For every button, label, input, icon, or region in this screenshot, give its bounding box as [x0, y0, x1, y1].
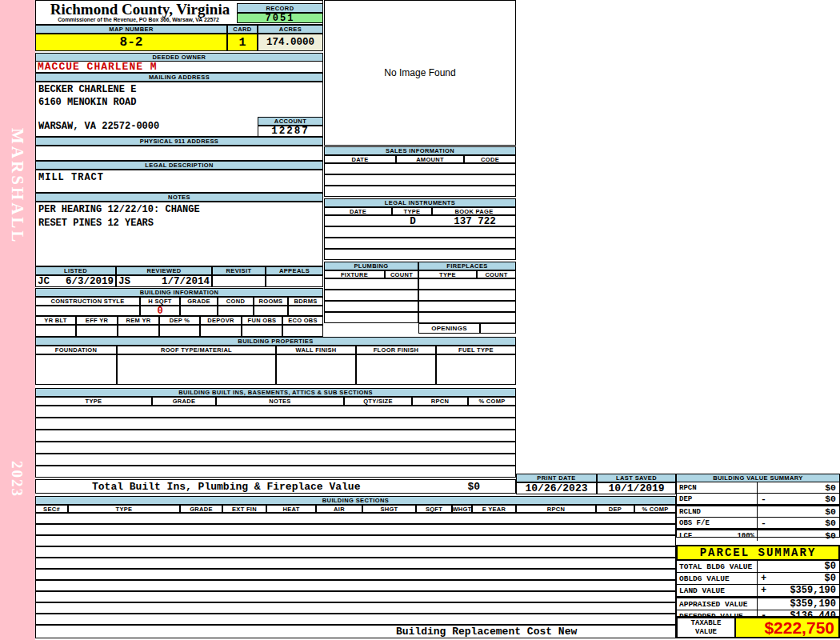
table-row: [35, 614, 676, 625]
roof-type-label: ROOF TYPE/MATERIAL: [117, 346, 276, 354]
appeals-label: APPEALS: [266, 266, 323, 275]
reviewed-date: 1/7/2014: [162, 276, 210, 287]
bvs-row-extra: 100%: [737, 532, 754, 540]
table-row: [35, 454, 516, 466]
ps-row-label: LAND VALUE: [679, 586, 725, 595]
reviewed-cell: JS1/7/2014: [116, 275, 212, 287]
bs-shgt-label: SHGT: [362, 505, 416, 513]
building-replacement-note: Building Replacement Cost New: [35, 625, 676, 638]
parcel-summary-table: TOTAL BLDG VALUE $0 OBLDG VALUE +$0 LAND…: [676, 561, 840, 617]
remyr-value: [118, 325, 159, 337]
table-row: OBLDG VALUE +$0: [677, 573, 839, 585]
li-bookpage-value: 137 722: [433, 216, 517, 226]
rooms-label: ROOMS: [254, 297, 288, 306]
table-row: APPRAISED VALUE $359,190: [677, 597, 839, 610]
table-row: [35, 535, 676, 546]
table-row: TOTAL BLDG VALUE $0: [677, 561, 839, 573]
plumbing-title: PLUMBING: [324, 262, 418, 270]
table-row: [418, 278, 516, 290]
plumbing-fixture-label: FIXTURE: [324, 270, 385, 278]
bvs-row-op: -: [761, 518, 766, 528]
floor-finish-label: FLOOR FINISH: [356, 346, 436, 354]
taxable-value-label: TAXABLE VALUE: [676, 617, 736, 638]
account-label: ACCOUNT: [258, 117, 323, 126]
table-row: [35, 546, 676, 558]
table-row: [35, 406, 516, 418]
physical-address-value: [35, 146, 323, 161]
notes-box: PER HEARING 12/22/10: CHANGE RESET PINES…: [35, 202, 323, 266]
fuel-type-label: FUEL TYPE: [436, 346, 516, 354]
bvs-row-value: $0: [825, 518, 836, 528]
dep-pct-label: DEP %: [159, 316, 200, 325]
foundation-label: FOUNDATION: [35, 346, 117, 354]
county-title: Richmond County, Virginia: [41, 1, 239, 18]
bvs-row-label: RPCN: [679, 484, 697, 492]
effyr-label: EFF YR: [76, 316, 118, 325]
funobs-label: FUN OBS: [242, 316, 282, 325]
table-row: [35, 580, 676, 591]
map-number-label: MAP NUMBER: [35, 25, 227, 34]
construction-style-value: [35, 306, 140, 316]
notes-label: NOTES: [35, 193, 323, 202]
bs-extfin-label: EXT FIN: [222, 505, 266, 513]
no-image-placeholder: No Image Found: [324, 0, 516, 146]
table-row: [35, 602, 676, 614]
ps-row-label: OBLDG VALUE: [679, 574, 730, 583]
print-date-value: 10/26/2023: [516, 482, 597, 494]
table-row: LCF100% $0: [677, 529, 839, 541]
card-value: 1: [227, 34, 258, 51]
built-ins-qty-label: QTY/SIZE: [344, 397, 412, 406]
print-date-label: PRINT DATE: [516, 474, 597, 482]
built-ins-total-row: Total Built Ins, Plumbing & Fireplace Va…: [35, 479, 516, 494]
acres-value: 174.0000: [258, 34, 323, 51]
ps-row-label: TOTAL BLDG VALUE: [679, 562, 752, 571]
table-row: OBS F/E -$0: [677, 518, 839, 529]
building-value-summary-table: RPCN $0 DEP -$0 RCLND $0 OBS F/E -$0 LCF…: [676, 482, 840, 538]
yrblt-value: [35, 325, 76, 337]
bs-air-label: AIR: [316, 505, 362, 513]
table-row: [324, 174, 516, 186]
revisit-label: REVISIT: [212, 266, 266, 275]
bvs-row-value: $0: [825, 482, 836, 493]
ps-row-op: +: [761, 573, 766, 584]
table-row: [418, 290, 516, 301]
funobs-value: [242, 325, 282, 337]
map-number-value: 8-2: [35, 34, 227, 51]
li-type-label: TYPE: [392, 207, 432, 215]
rooms-value: [254, 306, 288, 316]
floor-finish-value: [356, 354, 436, 385]
yrblt-label: YR BLT: [35, 316, 76, 325]
cond-label: COND: [218, 297, 254, 306]
revisit-cell: [212, 275, 266, 287]
table-row: [324, 163, 516, 174]
fireplaces-title: FIREPLACES: [418, 262, 516, 270]
bs-eyear-label: E YEAR: [472, 505, 516, 513]
table-row: [35, 418, 516, 430]
built-ins-total-value: $0: [467, 481, 480, 493]
sidebar-year-label: 2023: [8, 461, 26, 498]
ps-row-label: APPRAISED VALUE: [679, 600, 748, 609]
ecoobs-value: [282, 325, 323, 337]
ps-row-value: $0: [825, 573, 836, 584]
notes-line: RESET PINES 12 YEARS: [36, 215, 322, 229]
table-row: [324, 312, 418, 323]
bs-rpcn-label: RPCN: [516, 505, 596, 513]
reviewed-by: JS: [118, 276, 130, 287]
table-row: [324, 186, 516, 197]
deeded-owner-value: MACCUE CHARLENE M: [35, 62, 323, 73]
sidebar: MARSHALL 2023: [0, 0, 35, 640]
county-subtitle: Commissioner of the Revenue, PO Box 366,…: [38, 17, 239, 22]
table-row: LAND VALUE +$359,190: [677, 585, 839, 597]
table-row: [324, 278, 418, 290]
built-ins-type-label: TYPE: [35, 397, 152, 406]
built-ins-total-label: Total Built Ins, Plumbing & Fireplace Va…: [92, 481, 360, 493]
built-ins-notes-label: NOTES: [216, 397, 344, 406]
cond-value: [218, 306, 254, 316]
roof-type-value: [117, 354, 276, 385]
table-row: [35, 524, 676, 535]
wall-finish-value: [276, 354, 356, 385]
table-row: [324, 238, 516, 249]
reviewed-label: REVIEWED: [116, 266, 212, 275]
building-sections-title: BUILDING SECTIONS: [35, 496, 676, 505]
appeals-cell: [266, 275, 323, 287]
